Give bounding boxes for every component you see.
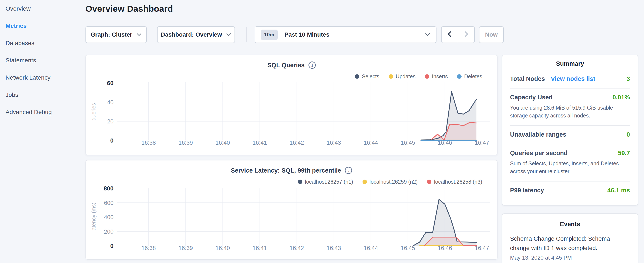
event-timestamp: May 13, 2020 at 4:45 PM [510, 254, 630, 261]
svg-text:16:47: 16:47 [475, 245, 489, 251]
capacity-used-value: 0.01% [612, 94, 630, 101]
chevron-right-icon [464, 31, 469, 39]
now-button-label: Now [485, 31, 498, 38]
legend-dot-icon [389, 74, 393, 79]
svg-text:0: 0 [110, 137, 114, 144]
svg-text:60: 60 [107, 80, 114, 86]
svg-text:40: 40 [107, 99, 114, 106]
svg-text:0: 0 [110, 242, 114, 249]
event-list-item: Schema Change Completed: Schema change w… [510, 234, 630, 261]
svg-text:16:39: 16:39 [178, 140, 193, 146]
legend-dot-icon [457, 74, 462, 79]
svg-text:800: 800 [104, 185, 114, 192]
svg-text:400: 400 [104, 214, 114, 220]
unavailable-ranges-label: Unavailable ranges [510, 131, 566, 138]
event-text: Schema Change Completed: Schema change w… [510, 234, 630, 253]
legend-label: Deletes [464, 73, 482, 80]
legend-label: localhost:26258 (n3) [434, 179, 482, 185]
sidebar-item-metrics[interactable]: Metrics [0, 17, 83, 35]
svg-text:600: 600 [104, 200, 114, 206]
legend-item: Selects [355, 73, 379, 80]
p99-latency-value: 46.1 ms [608, 187, 630, 194]
legend-label: localhost:26257 (n1) [305, 179, 353, 185]
dashboard-dropdown-label: Dashboard: Overview [161, 31, 222, 38]
total-nodes-label: Total Nodes [510, 75, 545, 82]
legend-label: Inserts [432, 73, 448, 80]
queries-per-second-label: Queries per second [510, 150, 568, 157]
svg-text:16:43: 16:43 [326, 140, 341, 146]
info-icon[interactable]: i [345, 167, 352, 174]
info-icon[interactable]: i [308, 62, 316, 69]
legend-dot-icon [355, 74, 359, 79]
sidebar-item-databases[interactable]: Databases [0, 35, 83, 52]
svg-text:16:42: 16:42 [290, 140, 304, 146]
now-button[interactable]: Now [479, 26, 504, 43]
svg-text:16:45: 16:45 [401, 245, 415, 251]
svg-text:16:41: 16:41 [252, 245, 267, 251]
legend-dot-icon [298, 180, 302, 184]
time-range-badge: 10m [261, 30, 278, 40]
sidebar-item-network-latency[interactable]: Network Latency [0, 69, 83, 86]
sidebar-item-statements[interactable]: Statements [0, 52, 83, 69]
chart-title: SQL Queries [267, 62, 304, 69]
summary-section-p99: P99 latency 46.1 ms [510, 181, 630, 200]
chevron-down-icon [136, 33, 142, 37]
previous-time-window-button[interactable] [442, 27, 458, 43]
events-panel: Events Schema Change Completed: Schema c… [502, 213, 638, 263]
sidebar-item-jobs[interactable]: Jobs [0, 86, 83, 103]
sidebar: OverviewMetricsDatabasesStatementsNetwor… [0, 0, 83, 263]
time-window-pager [441, 26, 475, 43]
legend-dot-icon [362, 180, 367, 184]
controls-divider [246, 27, 247, 42]
svg-text:16:44: 16:44 [364, 245, 378, 251]
chevron-down-icon [226, 33, 231, 37]
graph-scope-dropdown[interactable]: Graph: Cluster [86, 26, 147, 43]
summary-section-qps: Queries per second 59.7 Sum of Selects, … [510, 144, 630, 181]
view-nodes-list-link[interactable]: View nodes list [551, 75, 595, 82]
time-range-dropdown[interactable]: 10m Past 10 Minutes [255, 26, 436, 43]
summary-panel: Summary Total Nodes View nodes list 3 Ca… [502, 55, 638, 205]
unavailable-ranges-value: 0 [626, 131, 630, 138]
total-nodes-value: 3 [626, 75, 630, 82]
legend-dot-icon [425, 74, 429, 79]
sql-queries-chart[interactable]: 16:3816:3916:4016:4116:4216:4316:4416:45… [86, 55, 498, 155]
chart-title: Service Latency: SQL, 99th percentile [231, 167, 341, 174]
svg-text:16:43: 16:43 [326, 245, 341, 251]
svg-text:16:45: 16:45 [401, 140, 415, 146]
dashboard-dropdown[interactable]: Dashboard: Overview [157, 26, 235, 43]
legend-item: localhost:26258 (n3) [427, 179, 482, 185]
legend-item: Inserts [425, 73, 448, 80]
svg-text:16:42: 16:42 [290, 245, 304, 251]
queries-per-second-value: 59.7 [618, 150, 630, 157]
chevron-left-icon [447, 31, 452, 39]
chevron-down-icon [425, 33, 430, 37]
legend-item: localhost:26257 (n1) [298, 179, 353, 185]
svg-text:16:40: 16:40 [216, 245, 230, 251]
svg-text:latency (ms): latency (ms) [90, 203, 96, 231]
page-title: Overview Dashboard [86, 4, 173, 14]
sidebar-item-overview[interactable]: Overview [0, 0, 83, 17]
capacity-used-description: You are using 28.6 MiB of 515.9 GiB usab… [510, 104, 630, 120]
service-latency-chart[interactable]: 16:3816:3916:4016:4116:4216:4316:4416:45… [86, 160, 498, 259]
sql-queries-chart-card: 16:3816:3916:4016:4116:4216:4316:4416:45… [86, 55, 498, 155]
p99-latency-label: P99 latency [510, 187, 544, 194]
svg-text:20: 20 [107, 118, 114, 125]
service-latency-chart-card: 16:3816:3916:4016:4116:4216:4316:4416:45… [86, 160, 498, 259]
chart-legend: localhost:26257 (n1)localhost:26259 (n2)… [298, 179, 482, 185]
svg-text:16:38: 16:38 [142, 245, 156, 251]
svg-text:200: 200 [104, 228, 114, 235]
queries-per-second-description: Sum of Selects, Updates, Inserts, and De… [510, 160, 630, 175]
sidebar-item-advanced-debug[interactable]: Advanced Debug [0, 103, 83, 121]
legend-label: Selects [362, 73, 379, 80]
svg-text:16:40: 16:40 [216, 140, 230, 146]
svg-text:queries: queries [90, 103, 96, 120]
legend-label: localhost:26259 (n2) [370, 179, 418, 185]
summary-heading: Summary [510, 60, 630, 67]
chart-legend: SelectsUpdatesInsertsDeletes [355, 73, 482, 80]
next-time-window-button[interactable] [458, 27, 474, 43]
legend-item: Updates [389, 73, 416, 80]
graph-scope-dropdown-label: Graph: Cluster [90, 31, 132, 38]
legend-item: Deletes [457, 73, 482, 80]
svg-text:16:47: 16:47 [475, 140, 489, 146]
summary-section-unavailable-ranges: Unavailable ranges 0 [510, 126, 630, 144]
